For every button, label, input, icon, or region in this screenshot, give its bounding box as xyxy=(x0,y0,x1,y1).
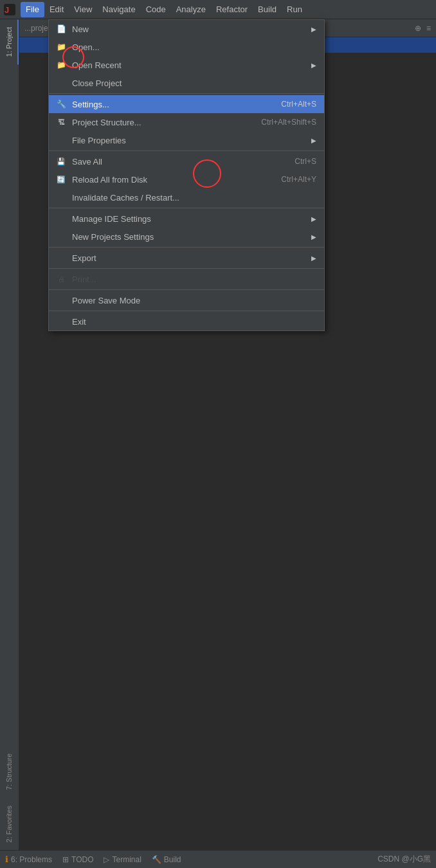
add-icon[interactable]: ⊕ xyxy=(415,24,421,33)
status-todo[interactable]: ⊞ TODO xyxy=(62,855,93,864)
separator-6 xyxy=(49,289,324,290)
status-terminal[interactable]: ▷ Terminal xyxy=(104,855,141,864)
menu-item-exit[interactable]: Exit xyxy=(49,312,324,330)
open-recent-icon: 📁 xyxy=(55,59,67,71)
content-area: ...projects\myProject\clo ⊕ ≡ 📄 New ▶ 📁 xyxy=(19,19,436,850)
menu-item-power-save[interactable]: Power Save Mode xyxy=(49,291,324,309)
invalidate-caches-icon xyxy=(55,192,67,203)
left-sidebar: 1: Project 7: Structure 2: Favorites xyxy=(0,19,19,850)
menu-run[interactable]: Run xyxy=(282,2,307,17)
separator-2 xyxy=(49,150,324,151)
menu-item-reload-all-label: Reload All from Disk xyxy=(72,175,262,185)
manage-ide-icon xyxy=(55,213,67,224)
menu-item-file-properties-label: File Properties xyxy=(72,136,306,145)
menubar: J File Edit View Navigate Code Analyze R… xyxy=(0,0,436,19)
menu-item-save-all-label: Save All xyxy=(72,157,275,167)
svg-text:J: J xyxy=(5,5,9,15)
reload-all-shortcut: Ctrl+Alt+Y xyxy=(262,175,316,184)
menu-item-new-projects-settings-label: New Projects Settings xyxy=(72,232,306,242)
problems-icon: ℹ xyxy=(5,854,8,864)
menu-item-export[interactable]: Export ▶ xyxy=(49,249,324,267)
settings-icon[interactable]: ≡ xyxy=(426,24,431,33)
new-projects-settings-icon xyxy=(55,231,67,242)
todo-icon: ⊞ xyxy=(62,855,69,864)
file-properties-arrow-icon: ▶ xyxy=(311,137,316,144)
new-projects-settings-arrow-icon: ▶ xyxy=(311,233,316,240)
problems-label: 6: Problems xyxy=(11,855,52,864)
menu-refactor[interactable]: Refactor xyxy=(211,2,253,17)
export-arrow-icon: ▶ xyxy=(311,255,316,262)
menu-item-invalidate-caches[interactable]: Invalidate Caches / Restart... xyxy=(49,188,324,206)
status-build[interactable]: 🔨 Build xyxy=(152,855,181,864)
menu-item-print: 🖨 Print... xyxy=(49,270,324,288)
todo-label: TODO xyxy=(71,855,93,864)
open-recent-arrow-icon: ▶ xyxy=(311,62,316,69)
menu-item-manage-ide[interactable]: Manage IDE Settings ▶ xyxy=(49,210,324,228)
main-area: 1: Project 7: Structure 2: Favorites ...… xyxy=(0,19,436,850)
status-bar: ℹ 6: Problems ⊞ TODO ▷ Terminal 🔨 Build … xyxy=(0,850,436,868)
file-dropdown-menu: 📄 New ▶ 📁 Open... 📁 Open Recent ▶ xyxy=(48,19,325,331)
menu-navigate[interactable]: Navigate xyxy=(97,2,140,17)
separator-5 xyxy=(49,268,324,269)
separator-3 xyxy=(49,208,324,208)
open-icon: 📁 xyxy=(55,41,67,53)
app-logo: J xyxy=(3,3,17,17)
status-author: CSDN @小G黑 xyxy=(377,854,431,865)
export-icon xyxy=(55,252,67,264)
menu-item-save-all[interactable]: 💾 Save All Ctrl+S xyxy=(49,152,324,170)
menu-item-invalidate-caches-label: Invalidate Caches / Restart... xyxy=(72,193,316,203)
save-all-icon: 💾 xyxy=(55,156,67,167)
menu-view[interactable]: View xyxy=(69,2,97,17)
terminal-label: Terminal xyxy=(112,855,141,864)
build-icon: 🔨 xyxy=(152,855,161,864)
settings-wrench-icon: 🔧 xyxy=(55,98,67,110)
build-label: Build xyxy=(164,855,181,864)
manage-ide-arrow-icon: ▶ xyxy=(311,215,316,222)
menu-build[interactable]: Build xyxy=(253,2,282,17)
settings-shortcut: Ctrl+Alt+S xyxy=(262,100,316,109)
project-structure-shortcut: Ctrl+Alt+Shift+S xyxy=(242,118,316,127)
menu-item-export-label: Export xyxy=(72,253,306,263)
file-properties-icon xyxy=(55,134,67,146)
separator-1 xyxy=(49,93,324,94)
separator-7 xyxy=(49,311,324,311)
menu-item-open-recent[interactable]: 📁 Open Recent ▶ xyxy=(49,56,324,74)
status-problems[interactable]: ℹ 6: Problems xyxy=(5,854,52,864)
close-project-icon xyxy=(55,77,67,89)
menu-item-open-recent-label: Open Recent xyxy=(72,60,306,70)
menu-code[interactable]: Code xyxy=(141,2,171,17)
sidebar-tab-structure[interactable]: 7: Structure xyxy=(0,746,19,798)
power-save-icon xyxy=(55,294,67,306)
terminal-icon: ▷ xyxy=(104,855,109,864)
menu-item-project-structure-label: Project Structure... xyxy=(72,118,242,127)
menu-item-open[interactable]: 📁 Open... xyxy=(49,38,324,56)
menu-item-new-label: New xyxy=(72,24,306,34)
menu-item-settings-label: Settings... xyxy=(72,100,262,109)
menu-file[interactable]: File xyxy=(21,2,44,17)
menu-item-project-structure[interactable]: 🏗 Project Structure... Ctrl+Alt+Shift+S xyxy=(49,113,324,131)
separator-4 xyxy=(49,247,324,248)
menu-edit[interactable]: Edit xyxy=(44,2,69,17)
menu-item-reload-all[interactable]: 🔄 Reload All from Disk Ctrl+Alt+Y xyxy=(49,170,324,188)
save-all-shortcut: Ctrl+S xyxy=(275,157,316,166)
menu-analyze[interactable]: Analyze xyxy=(171,2,211,17)
print-icon: 🖨 xyxy=(55,273,67,285)
menu-item-manage-ide-label: Manage IDE Settings xyxy=(72,214,306,224)
menu-item-print-label: Print... xyxy=(72,275,316,284)
exit-icon xyxy=(55,316,67,327)
author-label: CSDN @小G黑 xyxy=(377,854,431,863)
reload-all-icon: 🔄 xyxy=(55,174,67,185)
menu-item-open-label: Open... xyxy=(72,42,316,52)
menu-item-power-save-label: Power Save Mode xyxy=(72,296,316,305)
menu-item-new[interactable]: 📄 New ▶ xyxy=(49,20,324,38)
menu-item-settings[interactable]: 🔧 Settings... Ctrl+Alt+S xyxy=(49,95,324,113)
sidebar-tab-project[interactable]: 1: Project xyxy=(0,19,19,64)
project-structure-icon: 🏗 xyxy=(55,116,67,128)
sidebar-tab-favorites[interactable]: 2: Favorites xyxy=(0,798,19,850)
menu-item-new-projects-settings[interactable]: New Projects Settings ▶ xyxy=(49,228,324,246)
toolbar-icons: ⊕ ≡ xyxy=(415,24,431,33)
menu-item-file-properties[interactable]: File Properties ▶ xyxy=(49,131,324,149)
new-arrow-icon: ▶ xyxy=(311,26,316,33)
menu-item-close-project[interactable]: Close Project xyxy=(49,74,324,92)
new-icon: 📄 xyxy=(55,23,67,35)
